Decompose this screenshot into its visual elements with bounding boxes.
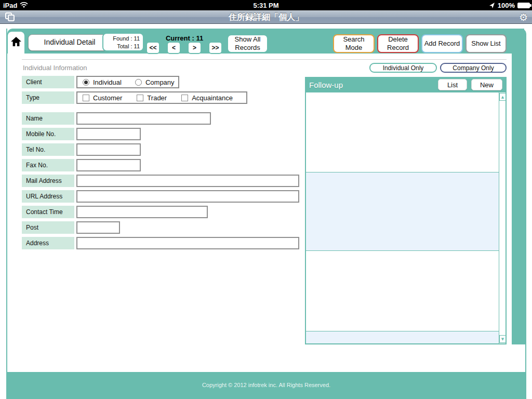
followup-title: Follow-up <box>309 81 343 89</box>
portal-row[interactable] <box>306 251 499 331</box>
mail-input[interactable] <box>76 175 299 187</box>
footer-bar: Copyright © 2012 infotrek inc. All Right… <box>6 372 526 399</box>
add-record-button[interactable]: Add Record <box>421 34 463 53</box>
portal-row[interactable] <box>306 331 499 343</box>
contact-time-label: Contact Time <box>22 206 74 218</box>
radio-option-company[interactable]: Company <box>135 78 175 86</box>
radio-option-individual[interactable]: Individual <box>83 78 122 86</box>
previous-record-button[interactable]: < <box>167 42 181 54</box>
total-count: Total : 11 <box>117 43 140 49</box>
url-row: URL Address <box>22 190 302 203</box>
mobile-input[interactable] <box>76 128 141 140</box>
name-input[interactable] <box>76 112 211 125</box>
portal-scrollbar[interactable]: ▲ ▼ <box>499 92 506 343</box>
header-divider <box>22 59 507 60</box>
section-title: Individual Information <box>23 64 87 72</box>
show-all-records-button[interactable]: Show All Records <box>227 34 268 53</box>
status-bar: iPad 5:31 PM 100% <box>0 0 532 10</box>
search-mode-button[interactable]: Search Mode <box>333 34 375 53</box>
battery-percent: 100% <box>498 2 515 9</box>
address-label: Address <box>22 237 74 249</box>
radio-company-label: Company <box>145 78 175 86</box>
app-screen: iPad 5:31 PM 100% 住所録詳細「個人」 ⚙ <box>0 0 532 399</box>
checkbox-customer-icon[interactable] <box>83 95 89 101</box>
post-input[interactable] <box>76 221 120 234</box>
radio-company-icon[interactable] <box>135 79 142 86</box>
type-label: Type <box>22 91 74 104</box>
checkbox-option-trader[interactable]: Trader <box>137 94 167 102</box>
contact-time-row: Contact Time <box>22 206 302 218</box>
individual-form: Client Individual Company Type Customer <box>22 76 302 252</box>
type-checkbox-group: Customer Trader Acquaintance <box>76 91 247 104</box>
tel-input[interactable] <box>76 143 141 156</box>
last-record-button[interactable]: >> <box>208 42 222 54</box>
address-row: Address <box>22 237 302 249</box>
checkbox-acquaintance-icon[interactable] <box>181 95 188 101</box>
client-label: Client <box>22 76 74 88</box>
checkbox-trader-label: Trader <box>147 94 167 102</box>
address-input[interactable] <box>76 237 299 249</box>
copyright-text: Copyright © 2012 infotrek inc. All Right… <box>202 382 330 388</box>
mobile-row: Mobile No. <box>22 128 302 140</box>
contact-time-input[interactable] <box>76 206 208 218</box>
fax-label: Fax No. <box>22 159 74 171</box>
current-record-label: Current : 11 <box>154 34 215 42</box>
checkbox-option-acquaintance[interactable]: Acquaintance <box>181 94 233 102</box>
individual-detail-button[interactable]: Individual Detail <box>28 34 111 51</box>
battery-icon <box>517 3 530 8</box>
home-button[interactable] <box>8 32 24 54</box>
gear-icon[interactable]: ⚙ <box>519 11 528 23</box>
form-gap <box>22 107 302 112</box>
radio-individual-label: Individual <box>93 78 122 86</box>
app-toolbar: 住所録詳細「個人」 ⚙ <box>0 10 532 24</box>
portal-row[interactable] <box>306 172 499 251</box>
left-accent-line <box>6 29 7 372</box>
followup-header: Follow-up List New <box>305 77 507 92</box>
mobile-label: Mobile No. <box>22 128 74 140</box>
url-input[interactable] <box>76 190 299 203</box>
location-arrow-icon <box>489 2 495 8</box>
type-row: Type Customer Trader Acquaintance <box>22 91 302 104</box>
fax-input[interactable] <box>76 159 141 171</box>
checkbox-trader-icon[interactable] <box>137 95 143 101</box>
found-total-box: Found : 11 Total : 11 <box>102 33 144 51</box>
url-label: URL Address <box>22 190 74 203</box>
client-radio-group: Individual Company <box>76 76 179 88</box>
window-title: 住所録詳細「個人」 <box>0 11 532 23</box>
followup-list-button[interactable]: List <box>438 79 467 90</box>
found-count: Found : 11 <box>113 35 140 42</box>
post-row: Post <box>22 221 302 234</box>
name-row: Name <box>22 112 302 125</box>
fax-row: Fax No. <box>22 159 302 171</box>
scroll-up-icon[interactable]: ▲ <box>499 93 506 101</box>
right-accent-line <box>525 344 526 372</box>
name-label: Name <box>22 112 74 125</box>
company-only-button[interactable]: Company Only <box>440 63 507 73</box>
tel-label: Tel No. <box>22 143 74 156</box>
followup-new-button[interactable]: New <box>471 79 502 90</box>
portal-row[interactable] <box>306 92 499 172</box>
post-label: Post <box>22 221 74 234</box>
mail-label: Mail Address <box>22 175 74 187</box>
checkbox-customer-label: Customer <box>93 94 122 102</box>
show-list-button[interactable]: Show List <box>466 34 507 53</box>
client-row: Client Individual Company <box>22 76 302 88</box>
delete-record-button[interactable]: Delete Record <box>377 34 419 53</box>
followup-panel: Follow-up List New ▲ ▼ <box>305 77 507 344</box>
clock: 5:31 PM <box>0 2 532 9</box>
individual-only-button[interactable]: Individual Only <box>369 63 437 73</box>
home-icon <box>10 36 22 49</box>
followup-portal: ▲ ▼ <box>305 92 507 344</box>
mail-row: Mail Address <box>22 175 302 187</box>
checkbox-option-customer[interactable]: Customer <box>83 94 122 102</box>
checkbox-acquaintance-label: Acquaintance <box>192 94 233 102</box>
radio-individual-icon[interactable] <box>83 79 89 86</box>
right-accent-band <box>512 29 526 344</box>
scroll-down-icon[interactable]: ▼ <box>499 335 506 343</box>
first-record-button[interactable]: << <box>146 42 160 54</box>
next-record-button[interactable]: > <box>188 42 202 54</box>
tel-row: Tel No. <box>22 143 302 156</box>
